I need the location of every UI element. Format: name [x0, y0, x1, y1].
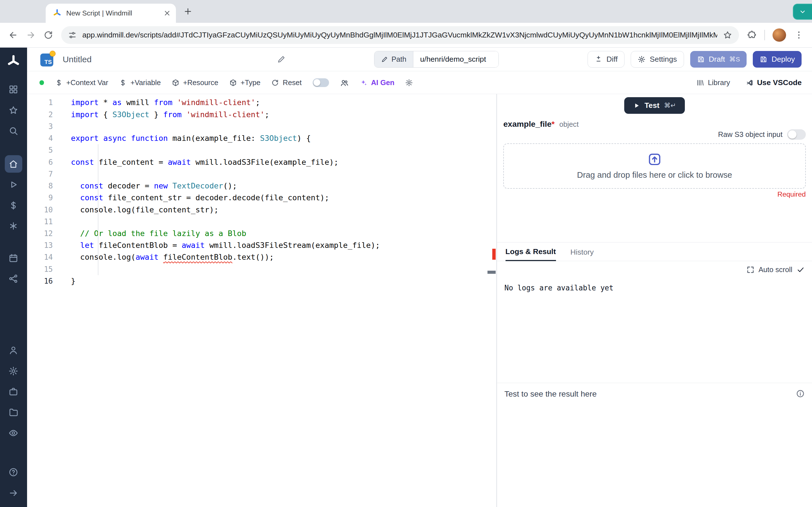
draft-button[interactable]: Draft ⌘S — [690, 51, 747, 68]
raw-s3-toggle[interactable] — [787, 129, 806, 140]
code-line[interactable]: 12 // Or load the file lazily as a Blob — [27, 228, 497, 239]
code-line[interactable]: 6const file_content = await wmill.loadS3… — [27, 156, 497, 168]
line-number[interactable]: 13 — [27, 239, 53, 251]
path-button[interactable]: Path — [374, 51, 413, 67]
dollar-icon[interactable] — [5, 196, 22, 214]
site-settings-icon[interactable] — [68, 31, 77, 40]
library-button[interactable]: Library — [696, 78, 730, 87]
settings-label: Settings — [650, 55, 677, 64]
folder-icon[interactable] — [5, 404, 22, 421]
path-value[interactable]: u/henri/demo_script — [413, 51, 499, 67]
code-line[interactable]: 13 let fileContentBlob = await wmill.loa… — [27, 239, 497, 251]
code-line[interactable]: 4export async function main(example_file… — [27, 132, 497, 144]
tab-logs-result[interactable]: Logs & Result — [506, 247, 556, 262]
bookmark-icon[interactable] — [723, 31, 732, 40]
multiplayer-users-button[interactable] — [340, 78, 349, 87]
line-number[interactable]: 7 — [27, 168, 53, 180]
line-number[interactable]: 8 — [27, 180, 53, 192]
line-number[interactable]: 16 — [27, 275, 53, 287]
diff-button[interactable]: Diff — [588, 51, 624, 68]
line-number[interactable]: 3 — [27, 121, 53, 132]
code-line[interactable]: 8 const decoder = new TextDecoder(); — [27, 180, 497, 192]
back-icon[interactable] — [8, 30, 18, 40]
eye-icon[interactable] — [5, 424, 22, 442]
expand-icon[interactable] — [747, 266, 755, 274]
address-bar[interactable]: app.windmill.dev/scripts/add#JTdCJTIyaGF… — [61, 26, 739, 44]
home-icon[interactable] — [5, 155, 22, 173]
package-icon — [229, 79, 237, 87]
add-variable-button[interactable]: +Variable — [119, 78, 161, 87]
script-title[interactable]: Untitled — [63, 55, 92, 64]
browser-tab[interactable]: New Script | Windmill — [46, 4, 176, 23]
line-number[interactable]: 12 — [27, 228, 53, 239]
windmill-logo[interactable] — [6, 54, 20, 68]
file-dropzone[interactable]: Drag and drop files here or click to bro… — [503, 144, 806, 189]
briefcase-icon[interactable] — [5, 383, 22, 400]
forward-icon[interactable] — [26, 30, 36, 40]
code-line[interactable]: 14 console.log(await fileContentBlob.tex… — [27, 251, 497, 263]
settings-button[interactable]: Settings — [631, 51, 684, 68]
code-token: ; — [255, 98, 260, 107]
code-line[interactable]: 5 — [27, 144, 497, 156]
typescript-badge[interactable]: TS — [40, 52, 55, 66]
editor-settings-button[interactable] — [405, 79, 413, 87]
code-line[interactable]: 16} — [27, 275, 497, 287]
play-icon[interactable] — [5, 176, 22, 193]
line-number[interactable]: 15 — [27, 263, 53, 275]
code-line[interactable]: 2import { S3Object } from 'windmill-clie… — [27, 109, 497, 121]
multiplayer-toggle[interactable] — [313, 78, 329, 87]
add-type-button[interactable]: +Type — [229, 78, 260, 87]
info-icon[interactable] — [796, 389, 805, 398]
code-line[interactable]: 15 — [27, 263, 497, 275]
ai-gen-button[interactable]: AI Gen — [360, 78, 395, 87]
branches-icon[interactable] — [5, 217, 22, 235]
gear-icon[interactable] — [5, 362, 22, 380]
person-icon[interactable] — [5, 341, 22, 359]
tab-close-icon[interactable] — [163, 9, 171, 17]
code-line[interactable]: 3 — [27, 121, 497, 132]
code-line[interactable]: 11 — [27, 216, 497, 228]
line-number[interactable]: 6 — [27, 156, 53, 168]
calendar-icon[interactable] — [5, 249, 22, 267]
line-number[interactable]: 10 — [27, 204, 53, 216]
check-icon[interactable] — [797, 266, 805, 274]
code-editor[interactable]: 1import * as wmill from 'windmill-client… — [27, 94, 497, 507]
tab-history[interactable]: History — [570, 248, 594, 261]
edit-title-icon[interactable] — [277, 55, 285, 63]
reload-icon[interactable] — [43, 30, 53, 40]
code-line[interactable]: 9 const file_content_str = decoder.decod… — [27, 192, 497, 204]
line-number[interactable]: 2 — [27, 109, 53, 121]
line-number[interactable]: 1 — [27, 97, 53, 108]
code-line[interactable]: 7 — [27, 168, 497, 180]
browser-menu-icon[interactable] — [794, 30, 804, 40]
grid-icon[interactable] — [5, 81, 22, 98]
title-area[interactable]: Untitled — [63, 55, 285, 64]
save-icon — [697, 55, 705, 63]
pencil-icon — [381, 56, 388, 63]
use-vscode-button[interactable]: Use VSCode — [746, 78, 802, 87]
code-line[interactable]: 1import * as wmill from 'windmill-client… — [27, 97, 497, 108]
test-button[interactable]: Test ⌘↵ — [624, 97, 684, 114]
add-context-var-button[interactable]: +Context Var — [55, 78, 108, 87]
avatar[interactable] — [772, 29, 786, 42]
reset-button[interactable]: Reset — [271, 78, 302, 87]
add-resource-button[interactable]: +Resource — [172, 78, 218, 87]
line-number[interactable]: 14 — [27, 251, 53, 263]
code-token: decoder = — [103, 181, 154, 190]
line-number[interactable]: 11 — [27, 216, 53, 228]
help-icon[interactable] — [5, 464, 22, 481]
deploy-button[interactable]: Deploy — [753, 51, 802, 68]
line-number[interactable]: 4 — [27, 132, 53, 144]
browser-dropdown-button[interactable] — [793, 4, 812, 20]
autoscroll-label[interactable]: Auto scroll — [758, 266, 792, 274]
nodes-icon[interactable] — [5, 270, 22, 288]
extensions-icon[interactable] — [747, 30, 757, 40]
url-text[interactable]: app.windmill.dev/scripts/add#JTdCJTIyaGF… — [82, 31, 717, 40]
arrow-icon[interactable] — [5, 484, 22, 502]
code-line[interactable]: 10 console.log(file_content_str); — [27, 204, 497, 216]
line-number[interactable]: 9 — [27, 192, 53, 204]
search-icon[interactable] — [5, 122, 22, 139]
line-number[interactable]: 5 — [27, 144, 53, 156]
star-icon[interactable] — [5, 101, 22, 119]
new-tab-icon[interactable] — [183, 7, 193, 16]
